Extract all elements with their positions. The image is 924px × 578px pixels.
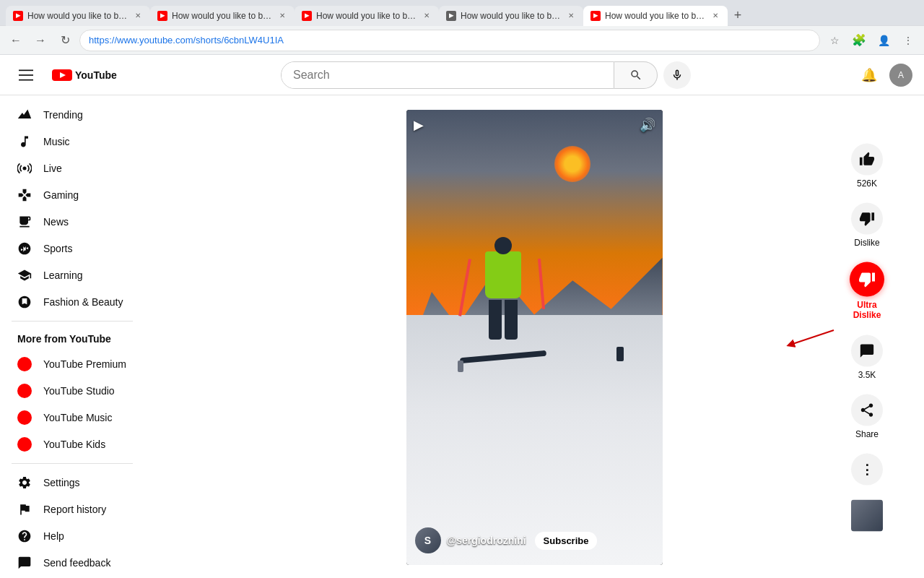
share-label: Share <box>855 428 879 439</box>
sidebar-label-news: News <box>43 216 69 228</box>
refresh-button[interactable]: ↻ <box>55 30 75 51</box>
side-actions: 526K Dislike UltraDislike <box>850 144 884 532</box>
sidebar-item-studio[interactable]: YouTube Studio <box>6 378 139 404</box>
like-action[interactable]: 526K <box>851 144 883 189</box>
sidebar-label-music: Music <box>43 136 70 147</box>
new-tab-button[interactable]: + <box>728 6 748 26</box>
sidebar-label-help: Help <box>43 530 64 542</box>
sidebar-item-feedback[interactable]: Send feedback <box>6 550 139 576</box>
bookmark-button[interactable]: ☆ <box>824 30 845 51</box>
voice-search-button[interactable] <box>663 61 691 89</box>
ultra-dislike-button-circle[interactable] <box>850 262 884 297</box>
music-icon <box>17 134 32 149</box>
sidebar-label-live: Live <box>43 163 62 174</box>
sidebar-item-ytkids[interactable]: YouTube Kids <box>6 431 139 457</box>
forward-button[interactable]: → <box>30 30 51 51</box>
sidebar-label-settings: Settings <box>43 477 80 488</box>
video-container[interactable]: ▶ 🔊 S @sergiodroznini Subscribe <box>406 110 663 565</box>
sidebar-item-settings[interactable]: Settings <box>6 470 139 496</box>
share-action[interactable]: Share <box>851 394 883 439</box>
sidebar-label-premium: YouTube Premium <box>43 358 126 370</box>
tab-2-close[interactable]: ✕ <box>277 11 287 21</box>
sidebar-item-learning[interactable]: Learning <box>6 262 139 288</box>
tab-3-title: How would you like to be g... <box>316 11 417 21</box>
back-button[interactable]: ← <box>6 30 26 51</box>
hamburger-menu[interactable] <box>12 61 40 90</box>
extensions-button[interactable]: 🧩 <box>849 30 869 51</box>
play-button[interactable]: ▶ <box>414 117 424 133</box>
tab-5-active[interactable]: ▶ How would you like to be g... ✕ <box>583 6 728 26</box>
address-text: https://www.youtube.com/shorts/6cbnLW4U1… <box>89 35 284 46</box>
sidebar-item-premium[interactable]: YouTube Premium <box>6 351 139 377</box>
settings-menu-button[interactable]: ⋮ <box>898 30 918 51</box>
like-button-circle[interactable] <box>851 144 883 176</box>
tab-5-close[interactable]: ✕ <box>710 11 720 21</box>
sidebar-label-studio: YouTube Studio <box>43 385 115 397</box>
svg-point-6 <box>23 167 27 171</box>
channel-avatar[interactable]: S <box>415 527 441 553</box>
tab-4[interactable]: ▶ How would you like to be g... ✕ <box>439 6 583 26</box>
search-input[interactable] <box>282 62 614 88</box>
comments-action[interactable]: 3.5K <box>851 335 883 379</box>
sidebar-label-trending: Trending <box>43 109 83 121</box>
sidebar-item-news[interactable]: News <box>6 209 139 235</box>
live-icon <box>17 161 32 176</box>
account-button[interactable]: A <box>889 64 912 87</box>
sidebar-label-feedback: Send feedback <box>43 557 110 569</box>
tab-1-title: How would you like to be g... <box>27 11 128 21</box>
svg-rect-1 <box>19 74 33 76</box>
next-video-thumb[interactable] <box>851 499 883 531</box>
help-icon <box>17 529 32 543</box>
svg-rect-0 <box>19 69 33 71</box>
dislike-action[interactable]: Dislike <box>851 203 883 248</box>
fashion-icon <box>17 295 32 309</box>
sidebar-label-fashion: Fashion & Beauty <box>43 296 123 308</box>
sidebar-item-gaming[interactable]: Gaming <box>6 182 139 208</box>
sidebar-label-ytkids: YouTube Kids <box>43 439 105 450</box>
sports-icon <box>17 241 32 256</box>
search-button[interactable] <box>614 61 658 89</box>
tab-2-title: How would you like to be g... <box>172 11 273 21</box>
volume-button[interactable]: 🔊 <box>640 117 655 133</box>
tab-3-close[interactable]: ✕ <box>422 11 432 21</box>
learning-icon <box>17 268 32 282</box>
tab-3[interactable]: ▶ How would you like to be g... ✕ <box>295 6 439 26</box>
youtube-logo[interactable]: YouTube <box>52 68 117 82</box>
sidebar-item-music[interactable]: Music <box>6 129 139 155</box>
notifications-button[interactable]: 🔔 <box>855 61 884 90</box>
svg-rect-2 <box>19 79 33 80</box>
news-icon <box>17 215 32 229</box>
tab-1[interactable]: ▶ How would you like to be g... ✕ <box>6 6 150 26</box>
ytkids-icon <box>17 437 32 452</box>
sidebar-item-fashion[interactable]: Fashion & Beauty <box>6 289 139 315</box>
tab-2[interactable]: ▶ How would you like to be g... ✕ <box>150 6 295 26</box>
profile-button[interactable]: 👤 <box>873 30 894 51</box>
sidebar-item-ytmusic[interactable]: YouTube Music <box>6 405 139 431</box>
comments-button-circle[interactable] <box>851 335 883 366</box>
gaming-icon <box>17 188 32 202</box>
sidebar-item-trending[interactable]: Trending <box>6 102 139 128</box>
tab-1-close[interactable]: ✕ <box>133 11 143 21</box>
video-controls-overlay: ▶ 🔊 <box>406 110 663 565</box>
sidebar-item-live[interactable]: Live <box>6 155 139 181</box>
sidebar-item-sports[interactable]: Sports <box>6 236 139 262</box>
svg-line-8 <box>790 330 834 345</box>
settings-icon <box>17 475 32 490</box>
svg-text:YouTube: YouTube <box>75 69 117 81</box>
share-button-circle[interactable] <box>851 394 883 426</box>
dislike-button-circle[interactable] <box>851 203 883 235</box>
studio-icon <box>17 384 32 398</box>
subscribe-button[interactable]: Subscribe <box>535 532 598 550</box>
ultra-dislike-action[interactable]: UltraDislike <box>850 262 884 321</box>
dislike-label: Dislike <box>854 238 879 248</box>
sidebar-item-help[interactable]: Help <box>6 523 139 549</box>
arrow-indicator <box>776 323 841 352</box>
tab-4-close[interactable]: ✕ <box>566 11 576 21</box>
sidebar-label-gaming: Gaming <box>43 189 79 201</box>
sidebar-label-ytmusic: YouTube Music <box>43 412 112 423</box>
more-options-circle[interactable]: ⋮ <box>851 453 883 485</box>
more-options-action[interactable]: ⋮ <box>851 453 883 485</box>
channel-name[interactable]: @sergiodroznini <box>447 535 526 546</box>
sidebar-item-report[interactable]: Report history <box>6 496 139 522</box>
address-bar[interactable]: https://www.youtube.com/shorts/6cbnLW4U1… <box>79 30 820 51</box>
